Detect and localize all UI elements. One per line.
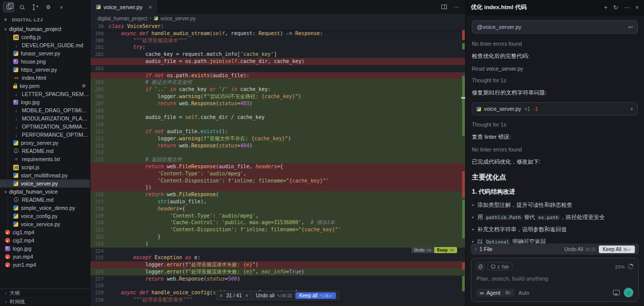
code-editor[interactable]: 30 class VoiceServer: 199 async def hand… [90, 23, 465, 306]
added-code-line[interactable]: 208 [90, 107, 465, 114]
deleted-code-line[interactable]: if not os.path.exists(audio_file): [90, 72, 465, 79]
added-code-line[interactable]: 212 logger.warning(f"音频文件不存在: {cache_key… [90, 135, 465, 142]
file-item[interactable]: ▸cig1.mp4 [0, 228, 90, 236]
file-item[interactable]: house.png [0, 57, 90, 66]
file-item[interactable]: ≡requirements.txt [0, 155, 90, 163]
file-item[interactable]: ↓LETTER_SPACING_REMOV... [0, 90, 90, 98]
deleted-code-line[interactable]: }) [90, 184, 465, 191]
folder-item[interactable]: ∨digital_human_voice [0, 188, 90, 196]
file-item[interactable]: ↓OPTIMIZATION_SUMMARY.... [0, 123, 90, 131]
overview-ruler[interactable] [462, 23, 465, 306]
file-item[interactable]: ↓PERFORMANCE_OPTIMIZA... [0, 131, 90, 139]
code-line[interactable]: 228 [90, 282, 465, 289]
file-item[interactable]: ⓘREADME.md [0, 147, 90, 155]
breadcrumb-project[interactable]: digital_human_project [98, 16, 147, 21]
model-selector[interactable]: Auto [519, 290, 530, 296]
chevron-right-icon[interactable]: › [475, 247, 476, 252]
folder-item[interactable]: ∨digital_human_project [0, 25, 90, 33]
split-editor-icon[interactable] [441, 5, 447, 9]
code-line[interactable]: 201 try: [90, 44, 465, 51]
tab-voice-server[interactable]: voice_server.py × [90, 0, 158, 14]
sticky-scroll-line[interactable]: 30 class VoiceServer: [90, 23, 465, 30]
deleted-code-line[interactable]: 'Content-Type': 'audio/mpeg', [90, 170, 465, 177]
added-code-line[interactable]: 226 logger.error(f"处理音频流请求失败: {e}", exc_… [90, 268, 465, 276]
file-item[interactable]: proxy_server.py [0, 139, 90, 147]
added-code-line[interactable]: 220 'Cache-Control': 'public, max-age=31… [90, 219, 465, 226]
code-line[interactable]: 227 return web.Response(status=500) [90, 276, 465, 283]
deleted-code-line[interactable]: return web.FileResponse(audio_file, head… [90, 163, 465, 170]
history-icon[interactable]: ↻ [613, 4, 618, 11]
file-item[interactable]: key.pem⚙ [0, 82, 90, 90]
source-control-icon[interactable] [29, 2, 41, 12]
added-code-line[interactable]: 223 ) [90, 240, 465, 248]
breadcrumb[interactable]: digital_human_project › voice_server.py [90, 14, 465, 23]
mention-button[interactable]: @ [476, 262, 485, 270]
more-icon[interactable]: ⋯ [453, 4, 459, 11]
chevron-down-icon[interactable]: ∨ [245, 293, 248, 298]
timeline-section[interactable]: › 时间线 [0, 297, 90, 306]
file-item[interactable]: ▸yun1.mp4 [0, 261, 90, 269]
code-line[interactable]: 225 except Exception as e: [90, 254, 465, 261]
added-code-line[interactable]: 216 return web.FileResponse( [90, 191, 465, 198]
file-item[interactable]: JSconfig.js [0, 33, 90, 41]
close-icon[interactable]: × [635, 4, 639, 11]
file-item[interactable]: start_multithread.py [0, 171, 90, 179]
file-change-card[interactable]: voice_server.py+1-1∨ [472, 102, 638, 115]
chevron-down-icon[interactable]: ∨ [56, 2, 67, 12]
deleted-code-line[interactable]: 'Content-Disposition': f'inline; filenam… [90, 177, 465, 185]
file-item[interactable]: https_server.py [0, 66, 90, 74]
file-item[interactable]: ⓘREADME.md [0, 196, 90, 204]
added-code-line[interactable]: 210 [90, 121, 465, 128]
code-line[interactable]: 199 async def handle_audio_stream(self, … [90, 30, 465, 37]
chevron-up-icon[interactable]: ∧ [220, 293, 223, 298]
more-icon[interactable]: ⋯ [624, 4, 630, 11]
keep-all-button[interactable]: Keep all⌥⌘↵ [296, 292, 336, 299]
file-item[interactable]: logo.jpg [0, 98, 90, 106]
file-item[interactable]: <>index.html [0, 74, 90, 82]
file-item[interactable]: voice_service.py [0, 220, 90, 228]
file-item[interactable]: JSscript.js [0, 163, 90, 171]
file-item[interactable]: logo.jpg [0, 244, 90, 253]
file-item[interactable]: funasr_server.py [0, 49, 90, 57]
added-code-line[interactable]: 206 logger.warning(f"尝试访问不安全路径: {cache_k… [90, 93, 465, 100]
tab-context-chip[interactable]: 1 Tab [488, 262, 512, 270]
undo-all-button[interactable]: Undo All⌘⌫ [564, 247, 596, 252]
added-code-line[interactable]: 217 str(audio_file), [90, 198, 465, 205]
restore-checkpoint-icon[interactable]: ↩ [628, 24, 633, 30]
added-code-line[interactable]: 213 return web.Response(status=404) [90, 142, 465, 149]
deleted-code-line[interactable]: logger.error(f"处理音频流请求失败: {e}") [90, 261, 465, 268]
file-item[interactable]: voice_server.py [0, 179, 90, 188]
undo-chip[interactable]: Undo⌘N [411, 247, 434, 253]
file-item[interactable]: ↓MODULARIZATION_PLAN.md [0, 114, 90, 123]
file-item[interactable]: ↓MOBILE_DRAG_OPTIMIZATI... [0, 106, 90, 114]
added-code-line[interactable]: 209 audio_file = self.cache_dir / cache_… [90, 114, 465, 121]
explorer-icon[interactable] [3, 2, 14, 12]
added-code-line[interactable]: 214 [90, 149, 465, 156]
added-code-line[interactable]: 222 } [90, 233, 465, 240]
image-icon[interactable] [613, 290, 620, 295]
code-line[interactable]: 203 [90, 65, 465, 72]
code-line[interactable]: 224 [90, 248, 465, 255]
added-code-line[interactable]: 205 if '..' in cache_key or '/' in cache… [90, 86, 465, 93]
file-item[interactable]: ↓DEVELOPER_GUIDE.md [0, 41, 90, 49]
added-code-line[interactable]: 207 return web.Response(status=403) [90, 100, 465, 107]
file-item[interactable]: ▸yun.mp4 [0, 253, 90, 261]
workspace-root[interactable]: ∨ DIGITAL LZJ [0, 14, 90, 25]
file-item[interactable]: ▸cig2.mp4 [0, 236, 90, 244]
added-code-line[interactable]: 211 if not audio_file.exists(): [90, 128, 465, 135]
file-item[interactable]: simple_voice_demo.py [0, 204, 90, 212]
keep-all-button[interactable]: Keep All⌘↵ [599, 246, 635, 253]
settings-gear-icon[interactable]: ⚙ [43, 2, 54, 12]
composer[interactable]: @ 1 Tab 21% Plan, search, build anything… [471, 258, 639, 302]
breadcrumb-file[interactable]: voice_server.py [160, 16, 196, 21]
added-code-line[interactable]: 218 headers={ [90, 205, 465, 212]
chat-input[interactable]: Plan, search, build anything [476, 276, 633, 282]
outline-section[interactable]: › 大纲 [0, 289, 90, 297]
added-code-line[interactable]: 219 'Content-Type': 'audio/mpeg', [90, 212, 465, 220]
context-chip[interactable]: @voice_server.py ↩ [472, 20, 638, 34]
new-chat-icon[interactable]: + [604, 4, 607, 11]
code-line[interactable]: 200 """处理音频流请求""" [90, 37, 465, 44]
code-line[interactable]: 202 cache_key = request.match_info['cach… [90, 51, 465, 58]
keep-chip[interactable]: Keep⌘Y [434, 247, 457, 253]
added-code-line[interactable]: 215 # 返回音频文件 [90, 156, 465, 163]
